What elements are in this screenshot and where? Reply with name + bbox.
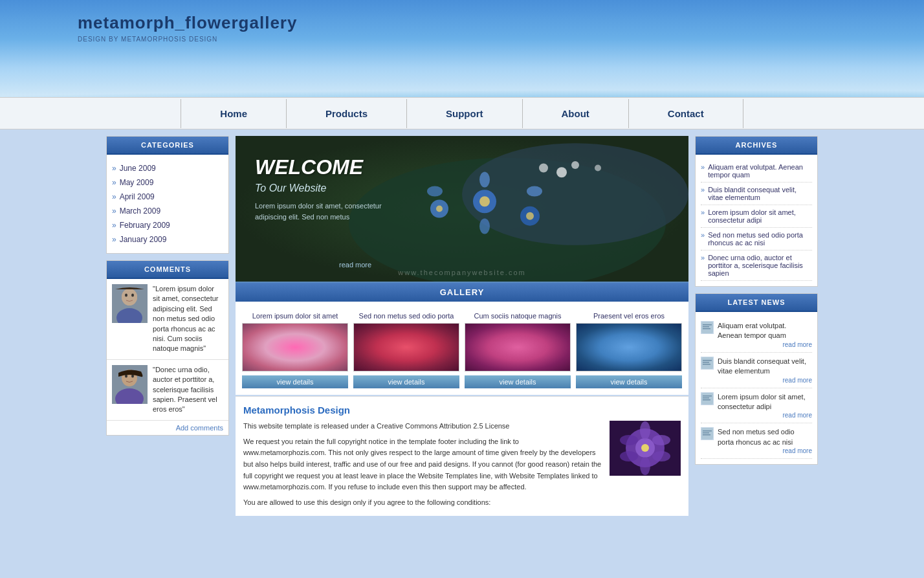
view-details-btn-1[interactable]: view details — [242, 375, 348, 388]
nav-contact[interactable]: Contact — [629, 99, 743, 128]
comment-entry-1: "Lorem ipsum dolor sit amet, consectetur… — [107, 279, 228, 360]
list-item[interactable]: Duis blandit consequat velit, vitae elem… — [701, 183, 812, 205]
list-item[interactable]: June 2009 — [112, 161, 223, 175]
svg-rect-40 — [703, 326, 709, 328]
svg-point-35 — [640, 457, 650, 475]
list-item[interactable]: February 2009 — [112, 218, 223, 232]
svg-rect-53 — [703, 434, 710, 436]
view-details-btn-4[interactable]: view details — [576, 375, 682, 388]
view-details-btn-3[interactable]: view details — [465, 375, 571, 388]
svg-point-32 — [640, 421, 650, 439]
nav-products[interactable]: Products — [287, 99, 407, 128]
comments-header: COMMENTS — [107, 261, 228, 279]
latest-news-header: LATEST NEWS — [696, 294, 817, 312]
news-text-2: Duis blandit consequat velit, vitae elem… — [718, 357, 812, 384]
news-list: Aliquam erat volutpat. Aenean tempor qua… — [696, 312, 817, 464]
news-item-4: Sed non metus sed odio porta rhoncus ac … — [701, 423, 812, 459]
left-sidebar: CATEGORIES June 2009 May 2009 April 2009… — [106, 136, 229, 516]
news-item-3: Lorem ipsum dolor sit amet, consectetur … — [701, 388, 812, 424]
hero-body: Lorem ipsum dolor sit amet, consectetur … — [255, 201, 384, 222]
list-item[interactable]: May 2009 — [112, 175, 223, 190]
news-icon-3 — [701, 392, 714, 405]
hero-subtitle: To Our Website — [255, 183, 384, 194]
avatar-1 — [112, 284, 148, 323]
svg-point-31 — [641, 444, 649, 452]
comment-entry-2: "Donec urna odio, auctor et porttitor a,… — [107, 360, 228, 421]
svg-rect-49 — [703, 399, 710, 401]
gallery-header: GALLERY — [236, 282, 688, 302]
site-header: metamorph_flowergallery DESIGN BY METAMO… — [0, 0, 924, 97]
gallery-item-2: Sed non metus sed odio porta view detail… — [353, 311, 459, 388]
list-item[interactable]: Donec urna odio, auctor et porttitor a, … — [701, 250, 812, 281]
news-text-4: Sed non metus sed odio porta rhoncus ac … — [718, 427, 812, 454]
news-text-3: Lorem ipsum dolor sit amet, consectetur … — [718, 392, 812, 419]
right-sidebar: ARCHIVES Aliquam erat volutpat. Aenean t… — [695, 136, 818, 516]
news-icon-1 — [701, 321, 714, 334]
svg-rect-50 — [701, 428, 713, 439]
hero-readmore-link[interactable]: read more — [339, 261, 371, 269]
svg-rect-48 — [703, 397, 709, 399]
gallery-label-2: Sed non metus sed odio porta — [359, 311, 454, 320]
svg-rect-51 — [703, 430, 712, 432]
svg-point-36 — [620, 451, 638, 461]
hero-text-block: WELCOME To Our Website Lorem ipsum dolor… — [255, 155, 384, 222]
svg-rect-42 — [701, 357, 713, 369]
article-section: Metamorphosis Design — [236, 396, 688, 516]
gallery-content: Lorem ipsum dolor sit amet view details … — [236, 302, 688, 395]
svg-point-37 — [620, 435, 638, 445]
avatar-2 — [112, 365, 148, 404]
gallery-thumb-3 — [465, 323, 571, 372]
add-comments-link[interactable]: Add comments — [107, 421, 228, 435]
latest-news-box: LATEST NEWS Aliquam erat volutpat. Aenea… — [695, 293, 818, 465]
list-item[interactable]: March 2009 — [112, 204, 223, 218]
main-nav: Home Products Support About Contact — [0, 97, 924, 129]
view-details-btn-2[interactable]: view details — [353, 375, 459, 388]
nav-home[interactable]: Home — [181, 99, 287, 128]
site-subtitle: DESIGN BY METAMORPHOSIS DESIGN — [78, 36, 924, 43]
hero-watermark: www.thecompanywebsite.com — [398, 269, 525, 276]
list-item[interactable]: Sed non metus sed odio porta rhoncus ac … — [701, 228, 812, 250]
news-text-1: Aliquam erat volutpat. Aenean tempor qua… — [718, 321, 812, 348]
news-item-2: Duis blandit consequat velit, vitae elem… — [701, 353, 812, 388]
gallery-thumb-2 — [353, 323, 459, 372]
svg-rect-41 — [703, 328, 710, 329]
categories-header: CATEGORIES — [107, 137, 228, 155]
svg-rect-52 — [703, 432, 709, 434]
gallery-grid: Lorem ipsum dolor sit amet view details … — [242, 311, 682, 388]
svg-rect-38 — [701, 322, 713, 333]
gallery-item-1: Lorem ipsum dolor sit amet view details — [242, 311, 348, 388]
categories-box: CATEGORIES June 2009 May 2009 April 2009… — [106, 136, 229, 254]
svg-rect-47 — [703, 395, 712, 397]
gallery-label-1: Lorem ipsum dolor sit amet — [252, 311, 338, 320]
news-icon-2 — [701, 357, 714, 370]
archives-box: ARCHIVES Aliquam erat volutpat. Aenean t… — [695, 136, 818, 287]
categories-list: June 2009 May 2009 April 2009 March 2009… — [107, 155, 228, 253]
nav-support[interactable]: Support — [407, 99, 523, 128]
comment-text-2: "Donec urna odio, auctor et porttitor a,… — [153, 365, 223, 415]
list-item[interactable]: Lorem ipsum dolor sit amet, consectetur … — [701, 205, 812, 228]
svg-rect-45 — [703, 364, 710, 365]
list-item[interactable]: January 2009 — [112, 232, 223, 247]
hero-banner: WELCOME To Our Website Lorem ipsum dolor… — [236, 136, 688, 282]
article-title: Metamorphosis Design — [243, 405, 681, 416]
gallery-item-3: Cum sociis natoque magnis view details — [465, 311, 571, 388]
main-content: WELCOME To Our Website Lorem ipsum dolor… — [236, 136, 688, 516]
article-para-3: You are allowed to use this design only … — [243, 497, 681, 509]
gallery-thumb-1 — [242, 323, 348, 372]
page-layout: CATEGORIES June 2009 May 2009 April 2009… — [106, 129, 818, 522]
gallery-thumb-4 — [576, 323, 682, 372]
archives-list: Aliquam erat volutpat. Aenean tempor qua… — [696, 155, 817, 286]
list-item[interactable]: April 2009 — [112, 190, 223, 204]
article-thumbnail — [610, 421, 681, 476]
news-icon-4 — [701, 427, 714, 440]
comments-box: COMMENTS "Lorem ipsum dolor sit amet, co… — [106, 260, 229, 436]
list-item[interactable]: Aliquam erat volutpat. Aenean tempor qua… — [701, 160, 812, 183]
nav-about[interactable]: About — [523, 99, 629, 128]
hero-title: WELCOME — [255, 155, 384, 179]
gallery-item-4: Praesent vel eros eros view details — [576, 311, 682, 388]
archives-header: ARCHIVES — [696, 137, 817, 155]
svg-point-3 — [122, 289, 137, 306]
svg-point-33 — [652, 435, 670, 445]
gallery-label-4: Praesent vel eros eros — [593, 311, 665, 320]
comment-text-1: "Lorem ipsum dolor sit amet, consectetur… — [153, 284, 223, 354]
